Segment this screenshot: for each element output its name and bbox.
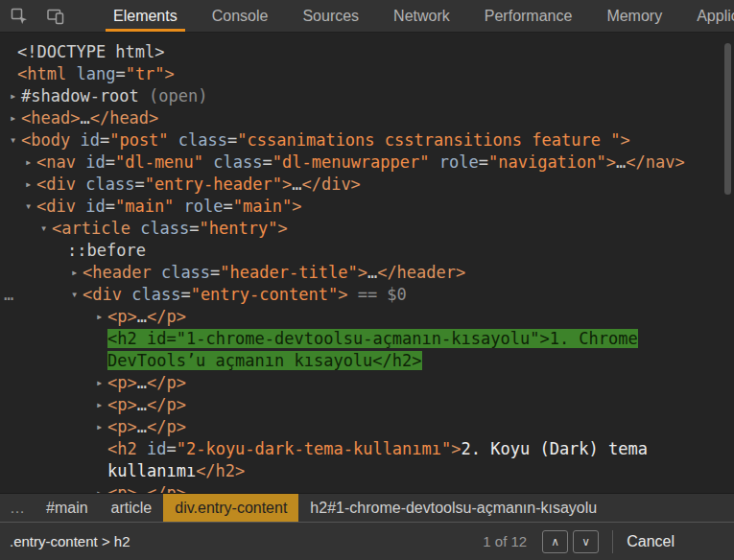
search-previous-button[interactable]: ∧ bbox=[542, 530, 568, 553]
expand-arrow-icon[interactable]: ▸ bbox=[92, 394, 107, 416]
tree-row-p-2[interactable]: ▸<p>…</p> bbox=[0, 372, 734, 394]
dom-token-val: "entry-header" bbox=[145, 175, 282, 194]
search-input[interactable]: .entry-content > h2 bbox=[0, 533, 483, 549]
dom-token-punct bbox=[137, 329, 147, 348]
tree-row-head[interactable]: ▸<head>…</head> bbox=[0, 107, 734, 129]
tree-row-nav[interactable]: ▸<nav id="dl-menu" class="dl-menuwrapper… bbox=[0, 152, 734, 174]
dom-token-attr: id bbox=[147, 329, 166, 348]
tree-row-div-main[interactable]: ▾<div id="main" role="main"> bbox=[0, 196, 734, 218]
dom-token-punct: = bbox=[166, 439, 176, 458]
dom-token-tag: </p> bbox=[147, 395, 186, 414]
toggle-device-toolbar-button[interactable] bbox=[44, 5, 67, 28]
tab-performance[interactable]: Performance bbox=[467, 0, 590, 32]
dom-token-attr: id bbox=[85, 152, 105, 172]
tree-row-body[interactable]: ▾<body id="post" class="cssanimations cs… bbox=[0, 129, 734, 152]
expand-arrow-icon[interactable]: ▸ bbox=[92, 306, 107, 328]
expand-arrow-icon[interactable]: ▸ bbox=[92, 372, 107, 394]
dom-token-tag: > bbox=[165, 64, 175, 83]
dom-token-meta: … bbox=[367, 263, 377, 282]
collapse-arrow-icon[interactable]: ▾ bbox=[6, 129, 20, 152]
tab-sources[interactable]: Sources bbox=[285, 0, 376, 32]
dom-token-tag: > bbox=[277, 219, 287, 238]
tree-row-shadow-root[interactable]: ▸#shadow-root (open) bbox=[0, 85, 734, 107]
tab-application[interactable]: Application bbox=[679, 0, 734, 32]
tree-row-p-1[interactable]: ▸<p>…</p> bbox=[0, 306, 734, 328]
dom-token-meta: ::before bbox=[67, 241, 146, 260]
dom-token-punct: = bbox=[106, 152, 115, 172]
dom-token-meta: … bbox=[137, 417, 147, 436]
dom-token-gray: (open) bbox=[139, 86, 208, 105]
tab-network[interactable]: Network bbox=[376, 0, 467, 32]
expand-arrow-icon[interactable]: ▸ bbox=[92, 416, 107, 438]
dom-node-text: <body id="post" class="cssanimations css… bbox=[21, 130, 630, 150]
breadcrumb-h2[interactable]: h2#1-chrome-devtoolsu-açmanın-kısayolu bbox=[298, 494, 608, 522]
dom-token-punct bbox=[130, 219, 140, 238]
dom-token-tag: <div bbox=[36, 197, 76, 216]
dom-token-val: "dl-menuwrapper" bbox=[272, 152, 430, 172]
dom-node-text: <div id="main" role="main"> bbox=[36, 197, 301, 216]
dom-token-meta: … bbox=[137, 483, 147, 493]
dom-token-tag: </p> bbox=[147, 307, 186, 326]
tree-row-h2-1[interactable]: <h2 id="1-chrome-devtoolsu-açmanın-kısay… bbox=[0, 328, 734, 372]
collapse-arrow-icon[interactable]: ▾ bbox=[21, 196, 36, 218]
dom-node-text: <article class="hentry"> bbox=[52, 219, 288, 238]
dom-token-meta: … bbox=[137, 373, 147, 392]
expand-arrow-icon[interactable]: ▸ bbox=[21, 152, 36, 174]
dom-token-meta: … bbox=[137, 307, 147, 326]
tab-memory[interactable]: Memory bbox=[589, 0, 679, 32]
gutter-overflow-icon[interactable]: … bbox=[4, 284, 13, 306]
dom-token-attr: class bbox=[161, 263, 210, 282]
dom-token-punct: = bbox=[115, 64, 125, 83]
tree-row-pseudo-before[interactable]: ::before bbox=[0, 240, 734, 262]
dom-token-tag: <body bbox=[21, 130, 70, 150]
dom-token-val: "post" bbox=[109, 130, 168, 150]
dom-token-tag: > bbox=[620, 130, 629, 150]
search-cancel-button[interactable]: Cancel bbox=[627, 533, 675, 550]
expand-arrow-icon[interactable]: ▸ bbox=[21, 174, 36, 196]
dom-token-attr: lang bbox=[76, 64, 115, 83]
dom-node-text: <p>…</p> bbox=[107, 373, 186, 392]
dom-token-tag: <p> bbox=[107, 483, 137, 493]
tree-row-p-3[interactable]: ▸<p>…</p> bbox=[0, 394, 734, 416]
expand-arrow-icon[interactable]: ▸ bbox=[6, 107, 20, 129]
dom-token-punct bbox=[137, 439, 147, 458]
collapse-arrow-icon[interactable]: ▾ bbox=[36, 218, 51, 240]
expand-arrow-icon[interactable]: ▸ bbox=[92, 482, 107, 493]
dom-token-tag: <head> bbox=[21, 108, 80, 128]
vertical-scrollbar[interactable] bbox=[724, 43, 731, 195]
dom-token-attr: class bbox=[140, 219, 189, 238]
dom-token-tag: <p> bbox=[107, 395, 137, 414]
dom-token-tag: </nav> bbox=[626, 152, 684, 172]
tab-elements[interactable]: Elements bbox=[96, 0, 195, 32]
collapse-arrow-icon[interactable]: ▾ bbox=[67, 284, 82, 306]
breadcrumb-article[interactable]: article bbox=[100, 494, 164, 522]
dom-node-text: #shadow-root (open) bbox=[21, 86, 207, 105]
breadcrumb-entry-content[interactable]: div.entry-content bbox=[163, 494, 298, 522]
breadcrumb: … #mainarticlediv.entry-contenth2#1-chro… bbox=[0, 493, 734, 522]
dom-node-text: <header class="header-title">…</header> bbox=[83, 263, 465, 282]
tree-row-doctype[interactable]: <!DOCTYPE html> bbox=[0, 41, 734, 63]
tree-row-div-entry-header[interactable]: ▸<div class="entry-header">…</div> bbox=[0, 174, 734, 196]
breadcrumb-overflow-button[interactable]: … bbox=[0, 494, 35, 522]
expand-arrow-icon[interactable]: ▸ bbox=[67, 262, 82, 284]
devtools-window: ElementsConsoleSourcesNetworkPerformance… bbox=[0, 0, 734, 560]
tree-row-header[interactable]: ▸<header class="header-title">…</header> bbox=[0, 262, 734, 284]
inspect-element-button[interactable] bbox=[8, 5, 31, 28]
search-next-button[interactable]: ∨ bbox=[573, 530, 599, 553]
tree-row-h2-2[interactable]: <h2 id="2-koyu-dark-tema-kullanımı">2. K… bbox=[0, 438, 734, 482]
dom-token-attr: role bbox=[184, 197, 224, 216]
dom-token-punct bbox=[70, 130, 80, 150]
dom-token-attr: id bbox=[85, 197, 105, 216]
dom-token-punct: = bbox=[180, 285, 190, 304]
tab-console[interactable]: Console bbox=[195, 0, 286, 32]
tree-row-p-5[interactable]: ▸<p>…</p> bbox=[0, 482, 734, 493]
breadcrumb-items: #mainarticlediv.entry-contenth2#1-chrome… bbox=[35, 494, 608, 522]
tree-row-article[interactable]: ▾<article class="hentry"> bbox=[0, 218, 734, 240]
chevron-up-icon: ∧ bbox=[551, 535, 559, 548]
tree-row-p-4[interactable]: ▸<p>…</p> bbox=[0, 416, 734, 438]
dom-token-val: "1-chrome-devtoolsu-açmanın-kısayolu" bbox=[177, 329, 540, 348]
breadcrumb-main[interactable]: #main bbox=[35, 494, 100, 522]
tree-row-div-entry-content[interactable]: ▾…<div class="entry-content"> == $0 bbox=[0, 284, 734, 306]
tree-row-html[interactable]: <html lang="tr"> bbox=[0, 63, 734, 85]
expand-arrow-icon[interactable]: ▸ bbox=[6, 85, 20, 107]
